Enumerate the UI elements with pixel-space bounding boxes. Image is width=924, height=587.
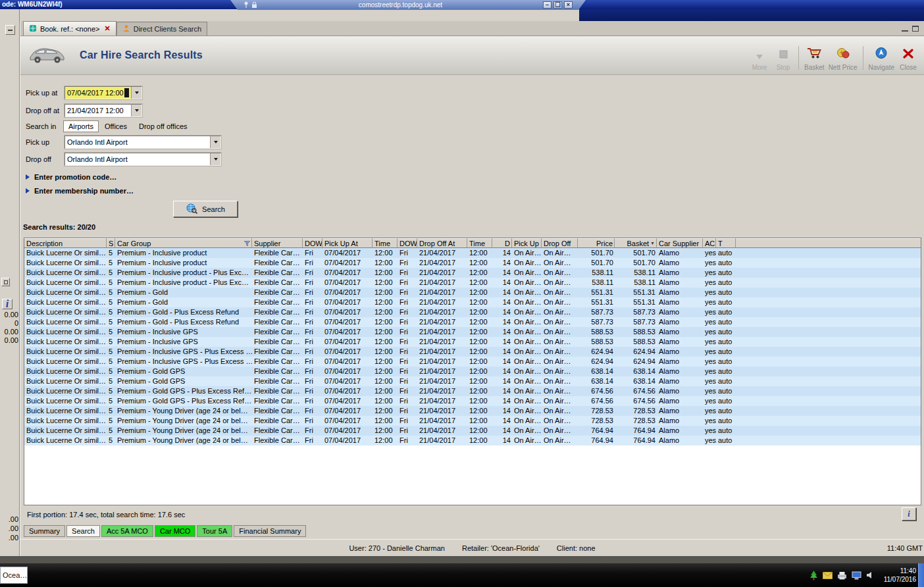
column-header[interactable]: Time [372, 238, 398, 248]
table-cell: Flexible Car… [252, 436, 303, 446]
dropdown-arrow-icon[interactable] [131, 105, 141, 116]
dropdown-arrow-icon[interactable] [131, 87, 141, 99]
pin-icon[interactable] [244, 1, 249, 9]
info-button[interactable]: i [902, 507, 916, 521]
tab-tour-5a[interactable]: Tour 5A [197, 525, 232, 537]
tab-acc-5a-mco[interactable]: Acc 5A MCO [101, 525, 153, 537]
search-button[interactable]: Search [173, 201, 238, 217]
column-header[interactable]: Car Group [115, 238, 252, 248]
column-header[interactable]: AC [703, 238, 716, 248]
table-cell: 5 [107, 416, 115, 426]
table-cell: 14 [492, 327, 512, 337]
table-row[interactable]: Buick Lucerne Or simil…5Premium - Gold G… [24, 376, 921, 386]
table-row[interactable]: Buick Lucerne Or simil…5Premium - Young … [24, 426, 921, 436]
close-button[interactable]: Close [896, 42, 920, 71]
pickup-datetime-input[interactable]: 07/04/2017 12:00 [64, 86, 142, 99]
table-row[interactable]: Buick Lucerne Or simil…5Premium - Inclus… [24, 278, 921, 288]
table-row[interactable]: Buick Lucerne Or simil…5Premium - Gold G… [24, 367, 921, 376]
basket-button[interactable]: Basket [802, 42, 827, 71]
table-row[interactable]: Buick Lucerne Or simil…5Premium - GoldFl… [24, 288, 921, 297]
table-row[interactable]: Buick Lucerne Or simil…5Premium - Inclus… [24, 258, 921, 268]
fragment-panel-button[interactable] [1, 278, 10, 286]
connection-minimize-button[interactable]: – [543, 1, 552, 9]
table-cell: Flexible Car… [252, 278, 303, 288]
table-row[interactable]: Buick Lucerne Or simil…5Premium - Inclus… [24, 337, 921, 347]
taskbar-app-button[interactable]: Ocea… [0, 567, 28, 584]
table-row[interactable]: Buick Lucerne Or simil…5Premium - Young … [24, 416, 921, 426]
volume-icon[interactable] [866, 571, 874, 579]
column-header[interactable]: DOW [398, 238, 417, 248]
pickup-location-select[interactable]: Orlando Intl Airport [64, 136, 221, 149]
more-button[interactable]: More [748, 42, 771, 71]
column-header[interactable]: Basket▼ [615, 238, 657, 248]
mail-icon[interactable] [823, 572, 833, 579]
table-cell: yes [703, 288, 716, 297]
table-row[interactable]: Buick Lucerne Or simil…5Premium - Young … [24, 406, 921, 416]
table-row[interactable]: Buick Lucerne Or simil…5Premium - Gold G… [24, 386, 921, 396]
table-cell: yes [703, 396, 716, 406]
column-header[interactable]: Drop Off At [417, 238, 467, 248]
dropdown-arrow-icon[interactable] [210, 153, 220, 165]
table-row[interactable]: Buick Lucerne Or simil…5Premium - GoldFl… [24, 297, 921, 307]
fragment-minimize-button[interactable] [5, 25, 15, 35]
mdi-restore-icon[interactable] [912, 26, 919, 32]
tab-close-icon[interactable]: ✕ [105, 24, 111, 33]
table-row[interactable]: Buick Lucerne Or simil…5Premium - Gold -… [24, 317, 921, 327]
nett-price-button[interactable]: Nett Price [827, 42, 860, 71]
column-header[interactable]: Pick Up [512, 238, 542, 248]
column-header[interactable]: Price [578, 238, 615, 248]
promotion-code-expander[interactable]: Enter promotion code… [26, 173, 116, 181]
display-icon[interactable] [852, 571, 861, 580]
show-desktop-strip[interactable] [918, 563, 924, 587]
dropoff-location-select[interactable]: Orlando Intl Airport [64, 153, 221, 166]
column-header[interactable]: S [107, 238, 115, 248]
column-header[interactable]: Description [24, 238, 107, 248]
table-cell: 21/04/2017 [417, 416, 467, 426]
tab-summary[interactable]: Summary [24, 525, 65, 537]
connection-restore-button[interactable]: ❑ [553, 1, 562, 9]
column-header[interactable]: Drop Off [542, 238, 578, 248]
table-cell: yes [703, 386, 716, 396]
table-cell: 07/04/2017 [322, 278, 372, 288]
search-in-tab-airports[interactable]: Airports [63, 120, 99, 132]
tab-financial-summary[interactable]: Financial Summary [234, 525, 306, 537]
column-header[interactable]: Time [467, 238, 492, 248]
table-cell: On Air… [542, 426, 578, 436]
table-row[interactable]: Buick Lucerne Or simil…5Premium - Inclus… [24, 357, 921, 367]
column-header[interactable]: Supplier [252, 238, 303, 248]
column-header[interactable]: Car Supplier [657, 238, 703, 248]
table-cell: Flexible Car… [252, 248, 303, 258]
table-row[interactable]: Buick Lucerne Or simil…5Premium - Young … [24, 436, 921, 446]
table-row[interactable]: Buick Lucerne Or simil…5Premium - Inclus… [24, 268, 921, 278]
tab-car-mco[interactable]: Car MCO [155, 525, 195, 537]
membership-number-expander[interactable]: Enter membership number… [26, 187, 134, 195]
tree-icon[interactable] [809, 571, 818, 580]
printer-icon[interactable] [837, 571, 847, 580]
table-row[interactable]: Buick Lucerne Or simil…5Premium - Gold G… [24, 396, 921, 406]
navigate-button[interactable]: Navigate [867, 42, 896, 71]
dropdown-arrow-icon[interactable] [210, 136, 220, 148]
table-row[interactable]: Buick Lucerne Or simil…5Premium - Inclus… [24, 248, 921, 258]
table-cell: 674.56 [615, 386, 657, 396]
column-header[interactable]: D [492, 238, 512, 248]
column-header[interactable]: Pick Up At [322, 238, 372, 248]
tab-search[interactable]: Search [66, 525, 100, 537]
search-in-tab-dropoff-offices[interactable]: Drop off offices [133, 121, 193, 132]
fragment-info-button[interactable]: i [2, 299, 13, 309]
column-header[interactable]: DOW [303, 238, 322, 248]
table-cell: Fri [303, 327, 322, 337]
dropoff-datetime-input[interactable]: 21/04/2017 12:00 [64, 104, 142, 117]
filter-funnel-icon[interactable] [244, 241, 250, 246]
tab-booking-ref[interactable]: Book. ref.: <none> ✕ [23, 21, 116, 36]
table-row[interactable]: Buick Lucerne Or simil…5Premium - Inclus… [24, 327, 921, 337]
tab-direct-clients-search[interactable]: Direct Clients Search [116, 22, 207, 36]
table-cell: Buick Lucerne Or simil… [24, 317, 107, 327]
taskbar-clock[interactable]: 11:40 11/07/2016 [884, 567, 916, 584]
connection-close-button[interactable]: × [564, 1, 573, 9]
table-row[interactable]: Buick Lucerne Or simil…5Premium - Inclus… [24, 347, 921, 357]
table-row[interactable]: Buick Lucerne Or simil…5Premium - Gold -… [24, 307, 921, 317]
column-header[interactable]: T [716, 238, 736, 248]
mdi-minimize-icon[interactable] [902, 26, 908, 32]
search-in-tab-offices[interactable]: Offices [99, 121, 133, 132]
stop-button[interactable]: Stop [771, 42, 795, 71]
